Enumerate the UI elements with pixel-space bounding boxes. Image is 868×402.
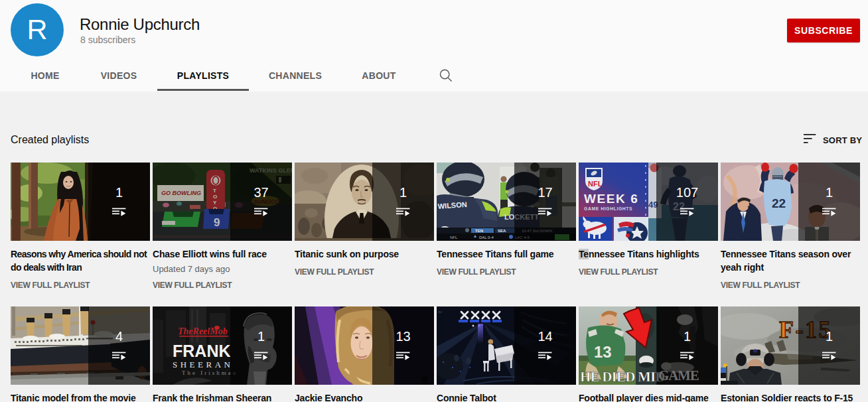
svg-text:WEEK 6: WEEK 6 bbox=[584, 192, 638, 206]
svg-text:NFL: NFL bbox=[450, 235, 458, 239]
svg-text:GAME HIGHLIGHTS: GAME HIGHLIGHTS bbox=[584, 206, 632, 211]
svg-text:22: 22 bbox=[772, 196, 786, 210]
svg-text:SHEERAN: SHEERAN bbox=[173, 360, 233, 369]
svg-text:The Irishman: The Irishman bbox=[182, 369, 238, 376]
svg-text:TEN: TEN bbox=[475, 229, 483, 233]
svg-text:DAL 0-4: DAL 0-4 bbox=[479, 235, 494, 239]
svg-text:FRANK: FRANK bbox=[173, 342, 231, 360]
svg-text:NFL: NFL bbox=[588, 180, 603, 188]
svg-text:TheReelMob: TheReelMob bbox=[178, 326, 228, 336]
svg-text:itv: itv bbox=[438, 310, 442, 314]
svg-text:SEA: SEA bbox=[498, 229, 506, 233]
svg-text:HE DIED MID: HE DIED MID bbox=[580, 369, 665, 385]
svg-text:13: 13 bbox=[594, 343, 612, 361]
